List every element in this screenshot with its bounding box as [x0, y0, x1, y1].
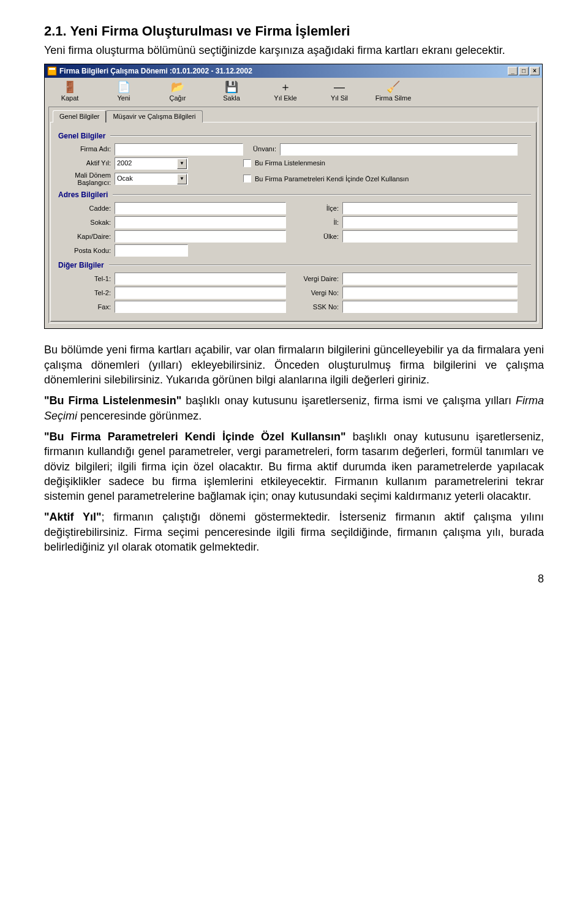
firma-window: Firma Bilgileri Çalışma Dönemi :01.01.20…: [44, 64, 543, 329]
kapat-label: Kapat: [61, 94, 79, 103]
window-icon: [47, 66, 57, 76]
tel1-label: Tel-1:: [56, 274, 115, 284]
firma-adi-label: Firma Adı:: [56, 145, 115, 154]
door-icon: 🚪: [63, 80, 77, 94]
aktif-yil-value: 2002: [117, 159, 132, 167]
sakla-button[interactable]: 💾 Sakla: [215, 80, 248, 103]
page-number: 8: [44, 571, 544, 586]
p2-text1: başlıklı onay kutusunu işaretlerseniz, f…: [181, 394, 516, 407]
il-label: İl:: [286, 218, 342, 227]
sskno-label: SSK No:: [286, 303, 342, 312]
chk-listelenmesin[interactable]: [243, 159, 251, 167]
p2-text2: penceresinde görünmez.: [77, 410, 202, 422]
erase-icon: 🧹: [386, 80, 400, 94]
unvani-label: Ünvanı:: [243, 145, 280, 154]
cagir-label: Çağır: [170, 94, 186, 103]
new-icon: 📄: [117, 80, 130, 94]
tab-genel[interactable]: Genel Bilgiler: [53, 110, 106, 122]
titlebar: Firma Bilgileri Çalışma Dönemi :01.01.20…: [45, 64, 542, 78]
mali-donem-select[interactable]: Ocak ▼: [115, 173, 188, 185]
maximize-button[interactable]: □: [519, 67, 529, 75]
tel2-label: Tel-2:: [56, 288, 115, 298]
vergidaire-input[interactable]: [342, 273, 518, 285]
chk-ozel-label: Bu Firma Parametreleri Kendi İçinde Özel…: [255, 175, 409, 184]
group-adres: Adres Bilgileri: [58, 190, 531, 200]
yilsil-label: Yıl Sil: [331, 94, 348, 103]
mali-donem-label: Mali Dönem Başlangıcı:: [56, 171, 115, 186]
chevron-down-icon: ▼: [177, 159, 187, 169]
bold-listelenmesin: "Bu Firma Listelenmesin": [44, 394, 181, 407]
body-para-4: "Aktif Yıl"; firmanın çalıştığı dönemi g…: [44, 510, 544, 554]
minus-icon: —: [334, 80, 345, 94]
kapi-input[interactable]: [115, 230, 286, 243]
tabs: Genel Bilgiler Müşavir ve Çalışma Bilgil…: [53, 110, 537, 122]
sokak-input[interactable]: [115, 216, 286, 228]
open-icon: 📂: [171, 80, 184, 94]
yilekle-label: Yıl Ekle: [274, 94, 296, 103]
svg-rect-1: [49, 68, 55, 70]
mali-donem-value: Ocak: [117, 175, 133, 182]
kapat-button[interactable]: 🚪 Kapat: [53, 80, 86, 103]
save-icon: 💾: [225, 80, 238, 94]
p4-text: ; firmanın çalıştığı dönemi göstermekted…: [44, 511, 544, 553]
main-panel: Genel Bilgiler Müşavir ve Çalışma Bilgil…: [48, 107, 538, 324]
section-heading: 2.1. Yeni Firma Oluşturulması ve Firma İ…: [44, 22, 544, 40]
unvani-input[interactable]: [280, 143, 518, 156]
intro-paragraph: Yeni firma oluşturma bölümünü seçtiğiniz…: [44, 43, 544, 58]
window-title: Firma Bilgileri Çalışma Dönemi :01.01.20…: [59, 66, 508, 76]
body-para-2: "Bu Firma Listelenmesin" başlıklı onay k…: [44, 393, 544, 423]
cadde-input[interactable]: [115, 202, 286, 214]
posta-input[interactable]: [115, 244, 188, 257]
chk-listelenmesin-label: Bu Firma Listelenmesin: [255, 159, 325, 168]
ilce-label: İlçe:: [286, 204, 342, 213]
tel2-input[interactable]: [115, 287, 286, 299]
group-adres-label: Adres Bilgileri: [58, 190, 108, 200]
firmasilme-button[interactable]: 🧹 Firma Silme: [377, 80, 410, 103]
yilekle-button[interactable]: ＋ Yıl Ekle: [269, 80, 302, 103]
group-genel: Genel Bilgiler: [58, 131, 531, 141]
tab-musavir[interactable]: Müşavir ve Çalışma Bilgileri: [106, 110, 202, 122]
firma-adi-input[interactable]: [115, 143, 243, 156]
aktif-yil-select[interactable]: 2002 ▼: [115, 157, 188, 170]
toolbar: 🚪 Kapat 📄 Yeni 📂 Çağır 💾 Sakla ＋ Yıl Ekl…: [45, 78, 542, 104]
fax-label: Fax:: [56, 303, 115, 312]
sskno-input[interactable]: [342, 301, 518, 313]
plus-icon: ＋: [280, 80, 291, 94]
bold-ozel-kullansin: "Bu Firma Parametreleri Kendi İçinde Öze…: [44, 431, 346, 443]
body-para-3: "Bu Firma Parametreleri Kendi İçinde Öze…: [44, 429, 544, 503]
chk-ozel[interactable]: [243, 175, 251, 183]
tel1-input[interactable]: [115, 273, 286, 285]
group-diger: Diğer Bilgiler: [58, 260, 531, 270]
kapi-label: Kapı/Daire:: [56, 232, 115, 241]
cadde-label: Cadde:: [56, 204, 115, 213]
fax-input[interactable]: [115, 301, 286, 313]
il-input[interactable]: [342, 216, 518, 228]
bold-aktif-yil: "Aktif Yıl": [44, 511, 102, 523]
cagir-button[interactable]: 📂 Çağır: [161, 80, 194, 103]
close-button[interactable]: ×: [530, 67, 540, 75]
posta-label: Posta Kodu:: [56, 246, 115, 255]
ulke-label: Ülke:: [286, 232, 342, 241]
sakla-label: Sakla: [223, 94, 240, 103]
vergidaire-label: Vergi Daire:: [286, 274, 342, 284]
vergino-input[interactable]: [342, 287, 518, 299]
group-diger-label: Diğer Bilgiler: [58, 260, 104, 270]
yeni-button[interactable]: 📄 Yeni: [107, 80, 140, 103]
vergino-label: Vergi No:: [286, 288, 342, 298]
ulke-input[interactable]: [342, 230, 518, 243]
tab-body: Genel Bilgiler Firma Adı: Ünvanı: Aktif …: [50, 122, 537, 322]
body-para-1: Bu bölümde yeni firma kartları açabilir,…: [44, 342, 544, 387]
group-genel-label: Genel Bilgiler: [58, 131, 105, 141]
minimize-button[interactable]: _: [508, 67, 518, 75]
yilsil-button[interactable]: — Yıl Sil: [323, 80, 356, 103]
sokak-label: Sokak:: [56, 218, 115, 227]
aktif-yil-label: Aktif Yıl:: [56, 159, 115, 168]
yeni-label: Yeni: [117, 94, 130, 103]
ilce-input[interactable]: [342, 202, 518, 214]
chevron-down-icon: ▼: [177, 174, 187, 184]
firmasilme-label: Firma Silme: [375, 94, 412, 103]
